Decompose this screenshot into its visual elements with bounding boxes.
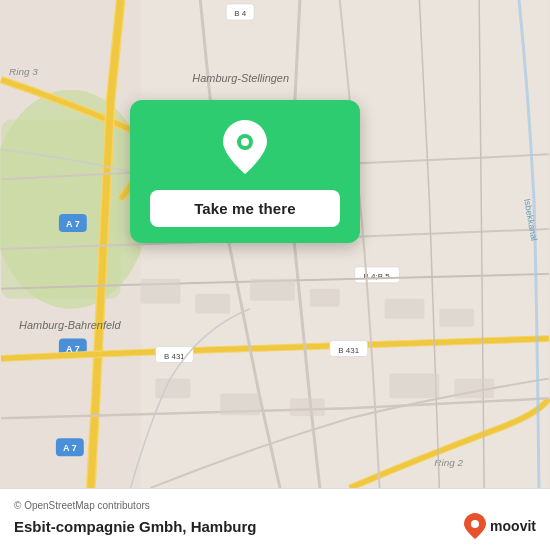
stellingen-label: Hamburg-Stellingen xyxy=(192,72,289,84)
map-pin-icon xyxy=(223,120,267,174)
moovit-pin-icon xyxy=(464,513,486,539)
svg-text:B 4: B 4 xyxy=(234,9,247,18)
svg-rect-26 xyxy=(439,309,474,327)
svg-text:B 431: B 431 xyxy=(164,352,185,361)
svg-rect-25 xyxy=(385,299,425,319)
moovit-brand-text: moovit xyxy=(490,518,536,534)
map-svg: A 7 A 7 A 7 B 431 B 431 Ring 2 B 4;B 5 B… xyxy=(0,0,550,488)
location-title-row: Esbit-compagnie Gmbh, Hamburg moovit xyxy=(14,513,536,539)
moovit-logo: moovit xyxy=(464,513,536,539)
svg-point-34 xyxy=(471,520,479,528)
svg-rect-30 xyxy=(390,373,440,398)
svg-rect-22 xyxy=(195,294,230,314)
app: A 7 A 7 A 7 B 431 B 431 Ring 2 B 4;B 5 B… xyxy=(0,0,550,550)
svg-rect-24 xyxy=(310,289,340,307)
svg-text:A 7: A 7 xyxy=(63,443,77,453)
svg-point-33 xyxy=(241,138,249,146)
svg-rect-31 xyxy=(454,378,494,398)
svg-rect-23 xyxy=(250,279,295,301)
svg-rect-29 xyxy=(290,398,325,416)
take-me-there-button[interactable]: Take me there xyxy=(150,190,340,227)
map-container: A 7 A 7 A 7 B 431 B 431 Ring 2 B 4;B 5 B… xyxy=(0,0,550,488)
pin-icon-wrap xyxy=(223,120,267,178)
svg-rect-28 xyxy=(220,393,260,415)
location-title: Esbit-compagnie Gmbh, Hamburg xyxy=(14,518,257,535)
footer: © OpenStreetMap contributors Esbit-compa… xyxy=(0,488,550,550)
location-card: Take me there xyxy=(130,100,360,243)
svg-text:B 431: B 431 xyxy=(338,346,359,355)
svg-text:Ring 3: Ring 3 xyxy=(9,66,38,77)
osm-attribution: © OpenStreetMap contributors xyxy=(14,500,536,511)
svg-rect-27 xyxy=(155,378,190,398)
bahrenfeld-label: Hamburg-Bahrenfeld xyxy=(19,319,121,331)
svg-text:A 7: A 7 xyxy=(66,219,80,229)
svg-rect-21 xyxy=(141,279,181,304)
